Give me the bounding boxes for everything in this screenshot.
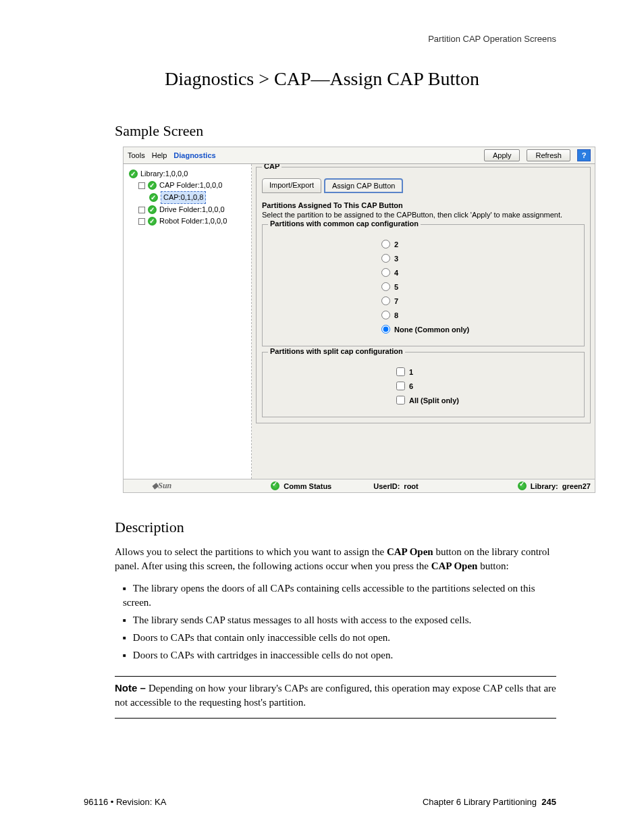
page: Partition CAP Operation Screens Diagnost… (0, 0, 644, 834)
note-text: Depending on how your library's CAPs are… (115, 683, 556, 708)
tree-panel: Library:1,0,0,0 CAP Folder:1,0,0,0 CAP:0… (124, 164, 252, 479)
radio-label: 4 (394, 269, 398, 277)
common-cap-legend: Partitions with common cap configuration (268, 219, 421, 228)
status-library-value: green27 (562, 482, 591, 490)
status-library-label: Library: (531, 482, 558, 490)
help-icon[interactable]: ? (577, 149, 591, 161)
radio-option[interactable]: 2 (268, 240, 579, 249)
footer-chapter: Chapter 6 Library Partitioning (423, 797, 537, 807)
split-cap-group: Partitions with split cap configuration … (262, 352, 585, 417)
refresh-button[interactable]: Refresh (527, 149, 570, 161)
checkbox-input[interactable] (396, 367, 405, 376)
bullet-item: Doors to CAPs with cartridges in inacces… (123, 648, 556, 662)
status-ok-icon (148, 181, 157, 190)
radio-input[interactable] (381, 325, 390, 334)
text-bold: CAP Open (387, 546, 433, 557)
status-ok-icon (149, 193, 158, 202)
partitions-heading: Partitions Assigned To This CAP Button (262, 201, 585, 209)
radio-option[interactable]: 5 (268, 282, 579, 291)
tree-label: CAP Folder:1,0,0,0 (159, 180, 222, 191)
footer-left: 96116 • Revision: KA (84, 797, 166, 807)
common-cap-group: Partitions with common cap configuration… (262, 224, 585, 346)
status-userid-label: UserID: (373, 482, 400, 490)
section-heading-description: Description (115, 517, 556, 538)
status-ok-icon (271, 481, 279, 490)
tree-toggle-closed-icon[interactable] (138, 218, 145, 225)
status-ok-icon (148, 205, 157, 214)
menu-help[interactable]: Help (152, 151, 167, 159)
page-footer: 96116 • Revision: KA Chapter 6 Library P… (41, 797, 603, 807)
tree-label: Library:1,0,0,0 (140, 168, 188, 180)
sun-logo: ◆Sun (128, 481, 171, 491)
radio-option[interactable]: 4 (268, 268, 579, 277)
right-panel: CAP Import/Export Assign CAP Button Part… (252, 164, 595, 479)
radio-label: None (Common only) (394, 325, 469, 334)
note-block: Note – Depending on how your library's C… (115, 681, 556, 710)
divider (115, 676, 556, 677)
running-header: Partition CAP Operation Screens (41, 34, 556, 44)
page-title: Diagnostics > CAP—Assign CAP Button (41, 68, 603, 90)
radio-input[interactable] (381, 254, 390, 263)
radio-input[interactable] (381, 240, 390, 249)
radio-option[interactable]: 7 (268, 296, 579, 305)
radio-label: 3 (394, 255, 398, 263)
cap-group-legend: CAP (262, 164, 281, 170)
bullet-item: Doors to CAPs that contain only inaccess… (123, 631, 556, 645)
cap-group: CAP Import/Export Assign CAP Button Part… (256, 167, 591, 423)
tree-label-selected: CAP:0,1,0,8 (161, 191, 206, 204)
tree-toggle-closed-icon[interactable] (138, 207, 145, 213)
tree-node-robot-folder[interactable]: Robot Folder:1,0,0,0 (126, 215, 248, 227)
status-ok-icon (129, 170, 138, 178)
checkbox-option[interactable]: 6 (268, 382, 579, 390)
radio-label: 5 (394, 283, 398, 291)
text: Allows you to select the partitions to w… (115, 546, 387, 557)
tree-node-drive-folder[interactable]: Drive Folder:1,0,0,0 (126, 204, 248, 215)
tab-assign-cap-button[interactable]: Assign CAP Button (324, 178, 403, 193)
tree-node-library[interactable]: Library:1,0,0,0 (126, 168, 248, 180)
tabbar: Import/Export Assign CAP Button (262, 178, 585, 193)
checkbox-option[interactable]: 1 (268, 367, 579, 376)
menubar: Tools Help Diagnostics Apply Refresh ? (123, 147, 595, 164)
radio-input[interactable] (381, 268, 390, 277)
tree-label: Robot Folder:1,0,0,0 (159, 215, 227, 227)
checkbox-input[interactable] (396, 396, 405, 405)
radio-input[interactable] (381, 282, 390, 291)
status-ok-icon (148, 217, 157, 226)
radio-label: 8 (394, 311, 398, 319)
status-userid-value: root (404, 482, 418, 490)
apply-button[interactable]: Apply (484, 149, 520, 161)
checkbox-option-all[interactable]: All (Split only) (268, 396, 579, 405)
radio-label: 2 (394, 240, 398, 249)
checkbox-label: All (Split only) (409, 396, 459, 405)
statusbar: ◆Sun Comm Status UserID: root Library:gr… (123, 479, 595, 493)
radio-input[interactable] (381, 311, 390, 319)
text-bold: CAP Open (431, 561, 478, 571)
radio-label: 7 (394, 297, 398, 305)
note-label: Note – (115, 682, 149, 694)
radio-option-none[interactable]: None (Common only) (268, 325, 579, 334)
description-block: Description Allows you to select the par… (115, 517, 556, 719)
divider (115, 718, 556, 719)
status-ok-icon (518, 481, 527, 490)
app-window: Tools Help Diagnostics Apply Refresh ? L… (123, 147, 595, 493)
radio-option[interactable]: 3 (268, 254, 579, 263)
tab-import-export[interactable]: Import/Export (262, 178, 321, 193)
footer-page-number: 245 (541, 797, 556, 807)
bullet-item: The library sends CAP status messages to… (123, 613, 556, 627)
tree-toggle-open-icon[interactable] (138, 182, 145, 189)
radio-input[interactable] (381, 296, 390, 305)
tree-node-cap[interactable]: CAP:0,1,0,8 (126, 191, 248, 204)
checkbox-label: 6 (409, 382, 413, 390)
bullet-item: The library opens the doors of all CAPs … (123, 581, 556, 610)
menu-diagnostics[interactable]: Diagnostics (173, 151, 215, 159)
status-comm: Comm Status (284, 482, 331, 490)
footer-right: Chapter 6 Library Partitioning 245 (423, 797, 556, 807)
radio-option[interactable]: 8 (268, 311, 579, 319)
partitions-description: Select the partition to be assigned to t… (262, 211, 585, 219)
app-body: Library:1,0,0,0 CAP Folder:1,0,0,0 CAP:0… (123, 164, 595, 479)
menu-tools[interactable]: Tools (128, 151, 145, 159)
checkbox-input[interactable] (396, 382, 405, 390)
tree-label: Drive Folder:1,0,0,0 (159, 204, 225, 215)
section-heading-sample: Sample Screen (115, 122, 603, 140)
tree-node-cap-folder[interactable]: CAP Folder:1,0,0,0 (126, 180, 248, 191)
